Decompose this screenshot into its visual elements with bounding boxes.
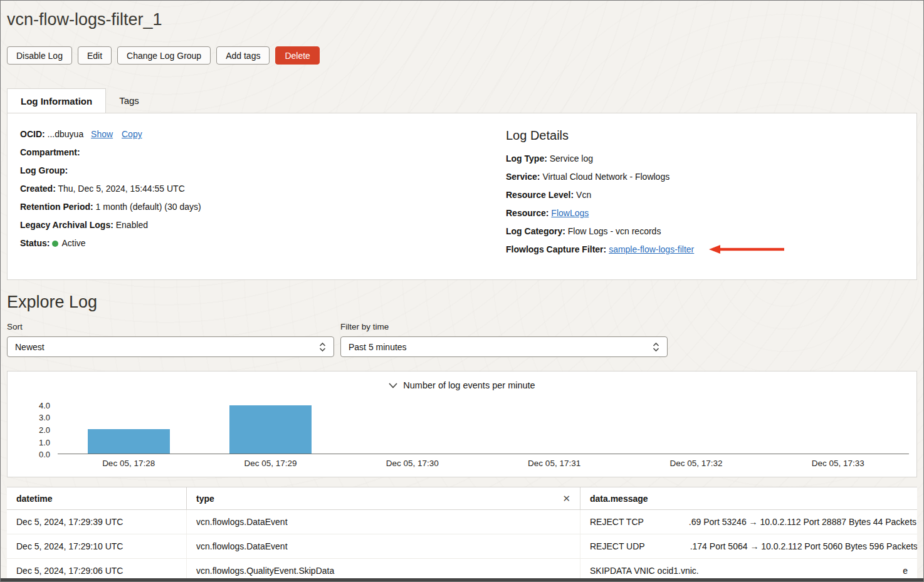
chart-x-axis: Dec 05, 17:28Dec 05, 17:29Dec 05, 17:30D…: [58, 459, 916, 468]
cell-type: vcn.flowlogs.QualityEvent.SkipData: [186, 559, 580, 582]
log-group-label: Log Group:: [20, 165, 68, 175]
chart-y-tick-label: 2.0: [39, 425, 50, 434]
page-title: vcn-flow-logs-filter_1: [7, 1, 917, 29]
action-toolbar: Disable Log Edit Change Log Group Add ta…: [7, 46, 917, 65]
sort-label: Sort: [7, 322, 334, 331]
created-label: Created:: [20, 184, 56, 194]
log-category-row: Log Category: Flow Logs - vcn records: [506, 226, 904, 237]
chart-x-tick-label: Dec 05, 17:32: [625, 459, 767, 468]
table-row[interactable]: Dec 5, 2024, 17:29:06 UTC vcn.flowlogs.Q…: [7, 559, 917, 582]
capture-filter-link[interactable]: sample-flow-logs-filter: [609, 244, 694, 255]
tab-log-information[interactable]: Log Information: [7, 88, 106, 113]
capture-filter-row: Flowlogs Capture Filter: sample-flow-log…: [506, 244, 904, 255]
cell-message: SKIPDATA VNIC ocid1.vnic. e: [580, 559, 917, 582]
chart-x-tick-label: Dec 05, 17:28: [58, 459, 199, 468]
chart-x-tick-label: Dec 05, 17:30: [342, 459, 483, 468]
created-row: Created: Thu, Dec 5, 2024, 15:44:55 UTC: [20, 183, 506, 194]
edit-button[interactable]: Edit: [78, 46, 112, 65]
change-log-group-button[interactable]: Change Log Group: [117, 46, 211, 65]
chart-title-row: Number of log events per minute: [8, 380, 916, 399]
log-events-chart-card: Number of log events per minute 0.01.02.…: [7, 371, 917, 477]
disable-log-button[interactable]: Disable Log: [7, 46, 72, 65]
log-events-table: datetime type ✕ data.message Dec 5, 2024…: [7, 487, 917, 582]
chart-y-axis: 0.01.02.03.04.0: [8, 399, 58, 454]
cell-datetime: Dec 5, 2024, 17:29:06 UTC: [7, 559, 186, 582]
time-filter-select[interactable]: Past 5 minutes: [340, 336, 668, 357]
time-filter-selected-value: Past 5 minutes: [349, 342, 407, 352]
chart-y-tick-label: 0.0: [39, 450, 50, 459]
cell-type: vcn.flowlogs.DataEvent: [186, 510, 580, 534]
message-suffix: .69 Port 53246 → 10.0.2.112 Port 28887 B…: [689, 517, 917, 527]
status-row: Status:Active: [20, 237, 506, 249]
service-value: Virtual Cloud Network - Flowlogs: [542, 172, 669, 182]
select-updown-chevron-icon: [653, 342, 659, 352]
retention-value: 1 month (default) (30 days): [96, 202, 201, 212]
log-type-value: Service log: [550, 153, 593, 164]
status-value: Active: [61, 238, 85, 248]
chart-x-tick-label: Dec 05, 17:31: [483, 459, 625, 468]
legacy-archival-value: Enabled: [116, 220, 148, 230]
resource-level-value: Vcn: [576, 190, 591, 200]
resource-level-label: Resource Level:: [506, 190, 574, 200]
cell-datetime: Dec 5, 2024, 17:29:39 UTC: [7, 510, 186, 534]
delete-button[interactable]: Delete: [275, 46, 319, 65]
resource-label: Resource:: [506, 208, 549, 218]
chart-bar: [229, 405, 312, 454]
annotation-arrow-icon: [709, 244, 785, 254]
retention-label: Retention Period:: [20, 202, 93, 212]
chart-x-tick-label: Dec 05, 17:29: [199, 459, 341, 468]
chart-bar-slot: [483, 399, 625, 454]
explore-log-heading: Explore Log: [7, 293, 917, 312]
log-category-label: Log Category:: [506, 226, 565, 236]
filter-by-time-label: Filter by time: [340, 322, 668, 331]
status-active-dot: [52, 241, 58, 247]
sort-selected-value: Newest: [15, 342, 45, 352]
log-information-panel: OCID: ...dbuyua Show Copy Compartment: L…: [7, 113, 917, 280]
log-details-column: Log Details Log Type: Service log Servic…: [506, 128, 904, 262]
cell-type: vcn.flowlogs.DataEvent: [186, 534, 580, 558]
ocid-copy-link[interactable]: Copy: [122, 129, 142, 139]
resource-link[interactable]: FlowLogs: [551, 208, 589, 218]
chart-bar-slot: [625, 399, 767, 454]
table-row[interactable]: Dec 5, 2024, 17:29:39 UTC vcn.flowlogs.D…: [7, 510, 917, 534]
ocid-row: OCID: ...dbuyua Show Copy: [20, 128, 506, 140]
chart-x-tick-label: Dec 05, 17:33: [767, 459, 909, 468]
ocid-value: ...dbuyua: [48, 129, 84, 139]
chart-bar-slot: [767, 399, 909, 454]
compartment-label: Compartment:: [20, 147, 80, 157]
chart-y-tick-label: 1.0: [39, 438, 50, 446]
table-header-row: datetime type ✕ data.message: [7, 487, 917, 510]
log-information-column: OCID: ...dbuyua Show Copy Compartment: L…: [20, 128, 506, 262]
add-tags-button[interactable]: Add tags: [216, 46, 270, 65]
cell-message: REJECT TCP .69 Port 53246 → 10.0.2.112 P…: [580, 510, 917, 534]
table-row[interactable]: Dec 5, 2024, 17:29:10 UTC vcn.flowlogs.D…: [7, 534, 917, 559]
log-group-row: Log Group:: [20, 165, 506, 176]
ocid-show-link[interactable]: Show: [91, 129, 113, 139]
close-icon[interactable]: ✕: [562, 493, 570, 504]
cell-datetime: Dec 5, 2024, 17:29:10 UTC: [7, 534, 186, 558]
log-type-label: Log Type:: [506, 153, 547, 164]
legacy-archival-row: Legacy Archival Logs: Enabled: [20, 219, 506, 231]
chart-bar-slot: [199, 399, 341, 454]
column-header-type-label[interactable]: type: [196, 494, 214, 504]
sort-select[interactable]: Newest: [7, 336, 334, 357]
service-row: Service: Virtual Cloud Network - Flowlog…: [506, 171, 904, 182]
chart-plot-area: 0.01.02.03.04.0: [8, 399, 916, 454]
chart-bar: [88, 429, 170, 454]
sort-filter-group: Sort Newest: [7, 322, 334, 357]
message-prefix: REJECT UDP: [590, 541, 645, 551]
tab-tags[interactable]: Tags: [106, 88, 152, 113]
chart-plot: [58, 399, 909, 454]
column-header-datetime[interactable]: datetime: [7, 487, 186, 509]
column-header-message[interactable]: data.message: [580, 487, 917, 509]
capture-filter-label: Flowlogs Capture Filter:: [506, 244, 606, 255]
explore-filters: Sort Newest Filter by time Past 5 minute…: [7, 322, 917, 357]
message-prefix: REJECT TCP: [590, 517, 644, 527]
message-prefix: SKIPDATA VNIC ocid1.vnic.: [590, 566, 699, 576]
chevron-down-icon[interactable]: [389, 383, 397, 388]
chart-bar-slot: [58, 399, 199, 454]
chart-title: Number of log events per minute: [403, 380, 535, 390]
time-filter-group: Filter by time Past 5 minutes: [340, 322, 668, 357]
cell-message: REJECT UDP .174 Port 5064 → 10.0.2.112 P…: [580, 534, 917, 558]
column-header-type: type ✕: [186, 487, 580, 509]
